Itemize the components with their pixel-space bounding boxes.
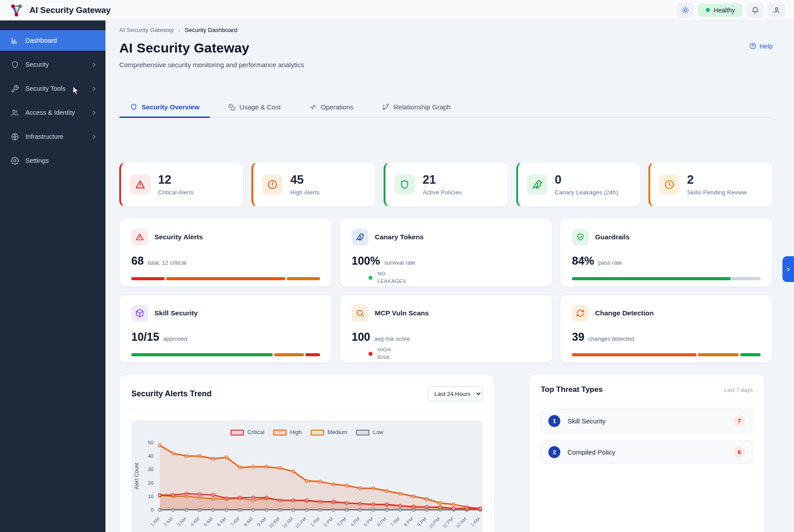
svg-text:0: 0	[151, 507, 154, 512]
shield-check-icon	[572, 229, 589, 246]
wrench-icon	[11, 85, 19, 93]
app-logo	[9, 3, 24, 17]
metric-card-change-detection: Change Detection 39 changes detected	[560, 294, 773, 363]
threat-row-skill-security[interactable]: 1 Skill Security 7	[541, 409, 753, 433]
bar-chart-icon	[11, 36, 19, 45]
stat-value: 2	[687, 174, 747, 186]
metric-suffix: survival rate	[384, 259, 415, 266]
chevron-right-icon	[91, 133, 97, 140]
legend-item-critical: Critical	[231, 429, 264, 435]
bird-icon	[527, 174, 547, 195]
legend-item-high: High	[273, 429, 302, 435]
notifications-button[interactable]	[747, 3, 764, 17]
pass-rate-bar	[572, 277, 761, 280]
sidebar-item-label: Infrastructure	[25, 133, 63, 140]
svg-text:5 AM: 5 AM	[203, 516, 214, 527]
threat-row-compiled-policy[interactable]: 2 Compiled Policy 6	[541, 440, 753, 464]
metric-title: Skill Security	[154, 309, 198, 317]
activity-icon	[309, 103, 317, 111]
sidebar: Dashboard Security Security Tools Acc	[0, 20, 105, 532]
threat-label: Skill Security	[567, 417, 606, 425]
user-menu-button[interactable]	[768, 3, 785, 17]
stat-card-row: 12 Critical Alerts 45 High Alerts 21 Act…	[119, 162, 773, 207]
refresh-icon	[572, 305, 589, 322]
shield-icon	[11, 60, 19, 69]
globe-icon	[11, 133, 19, 141]
svg-text:6 PM: 6 PM	[376, 516, 388, 528]
metric-value: 100	[352, 330, 370, 343]
top-threat-types-card: Top Threat Types Last 7 days 1 Skill Sec…	[529, 374, 765, 532]
legend-item-medium: Medium	[311, 429, 347, 435]
svg-text:8 PM: 8 PM	[403, 516, 414, 528]
sidebar-item-infrastructure[interactable]: Infrastructure	[0, 126, 105, 147]
legend-swatch	[311, 430, 324, 435]
topbar: AI Security Gateway Healthy	[0, 0, 794, 20]
chart-legend: Critical High Medium Low	[131, 429, 482, 435]
svg-text:9 PM: 9 PM	[416, 516, 428, 528]
metric-suffix: changes detected	[588, 335, 634, 342]
stat-value: 45	[290, 174, 320, 186]
side-panel-toggle[interactable]: ›	[782, 256, 794, 282]
metric-card-grid: Security Alerts 68 total, 12 critical Ca…	[119, 218, 773, 363]
svg-text:1 PM: 1 PM	[309, 516, 321, 528]
alerts-trend-chart: Critical High Medium Low 010203	[131, 420, 482, 532]
metric-title: Change Detection	[595, 309, 654, 317]
svg-text:10 AM: 10 AM	[267, 516, 281, 529]
tab-security-overview[interactable]: Security Overview	[119, 103, 210, 117]
tab-usage-cost[interactable]: Usage & Cost	[217, 103, 292, 117]
metric-card-canary-tokens: Canary Tokens 100% survival rate NO LEAK…	[340, 218, 552, 287]
metric-title: Security Alerts	[154, 233, 203, 241]
metric-value: 100%	[352, 254, 380, 267]
metric-card-security-alerts: Security Alerts 68 total, 12 critical	[119, 218, 332, 287]
legend-label: Medium	[328, 429, 347, 435]
main-content: AI Security Gateway › Security Dashboard…	[105, 20, 794, 532]
sidebar-item-dashboard[interactable]: Dashboard	[0, 30, 105, 51]
time-range-select[interactable]: Last 24 Hours	[428, 386, 482, 401]
sidebar-item-label: Settings	[25, 157, 49, 164]
status-indicator: HIGH RISK	[369, 346, 540, 362]
tab-operations[interactable]: Operations	[299, 103, 364, 117]
stat-card-active-policies: 21 Active Policies	[384, 162, 508, 207]
status-line: LEAKAGES	[377, 278, 406, 284]
breadcrumb-separator: ›	[178, 27, 180, 33]
legend-item-low: Low	[356, 429, 383, 435]
sidebar-item-access-identity[interactable]: Access & Identity	[0, 102, 105, 123]
tab-label: Usage & Cost	[239, 103, 281, 111]
help-link[interactable]: Help	[749, 42, 773, 50]
breadcrumb-root[interactable]: AI Security Gateway	[119, 27, 174, 33]
svg-text:12 AM: 12 AM	[454, 516, 468, 529]
metric-suffix: total, 12 critical	[148, 259, 186, 266]
alert-circle-icon	[262, 174, 283, 195]
metric-card-mcp-vuln-scans: MCP Vuln Scans 100 avg risk score HIGH R…	[340, 294, 552, 363]
change-bar	[572, 353, 761, 356]
svg-text:2 PM: 2 PM	[323, 516, 334, 528]
app-title: AI Security Gateway	[29, 5, 111, 15]
theme-toggle-button[interactable]	[677, 3, 694, 17]
health-status-badge[interactable]: Healthy	[698, 4, 742, 17]
sidebar-item-security[interactable]: Security	[0, 54, 105, 75]
sidebar-item-settings[interactable]: Settings	[0, 150, 105, 171]
shield-icon	[394, 174, 415, 195]
tab-bar: Security Overview Usage & Cost Operation…	[119, 103, 773, 118]
stat-card-skills-pending: 2 Skills Pending Review	[648, 162, 773, 207]
tab-label: Relationship Graph	[393, 103, 450, 111]
svg-text:6 AM: 6 AM	[216, 516, 227, 527]
gear-icon	[11, 157, 19, 165]
status-dot	[369, 276, 373, 280]
legend-swatch	[231, 430, 244, 435]
divider	[131, 409, 482, 410]
tab-relationship-graph[interactable]: Relationship Graph	[371, 103, 461, 117]
status-indicator: NO LEAKAGES	[369, 270, 540, 286]
chevron-right-icon	[91, 109, 97, 116]
svg-text:3 PM: 3 PM	[336, 516, 348, 528]
legend-swatch	[273, 430, 287, 435]
chevron-right-icon: ›	[787, 265, 790, 274]
threat-label: Compiled Policy	[567, 448, 616, 456]
metric-title: MCP Vuln Scans	[375, 309, 429, 317]
status-line: HIGH	[377, 347, 391, 352]
sidebar-item-security-tools[interactable]: Security Tools	[0, 78, 105, 99]
sidebar-item-label: Access & Identity	[25, 109, 75, 116]
trend-line-chart: 01020304050Alert Count1 AM2 AM3 AM4 AM5 …	[131, 420, 482, 532]
health-dot	[706, 8, 710, 12]
status-line: NO	[377, 271, 385, 276]
